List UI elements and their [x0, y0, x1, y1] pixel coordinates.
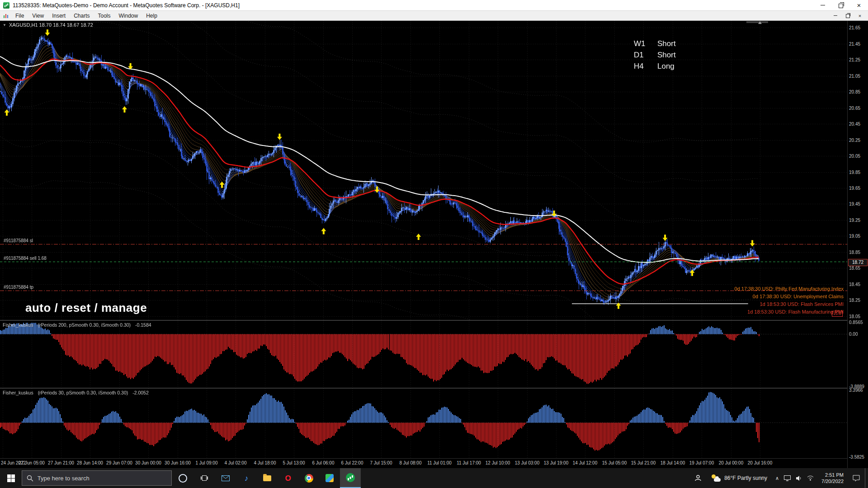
clock-time: 2:51 PM [821, 472, 844, 478]
time-axis-label: 5 Jul 13:00 [283, 460, 305, 465]
search-input[interactable] [37, 474, 167, 482]
price-axis-label: 18.85 [849, 249, 860, 254]
menu-help[interactable]: Help [142, 11, 161, 20]
chrome-button[interactable] [298, 468, 319, 488]
close-icon[interactable]: × [850, 0, 868, 10]
time-axis-label: 29 Jun 07:00 [106, 460, 132, 465]
time-axis-label: 28 Jun 14:00 [77, 460, 103, 465]
mail-app-button[interactable] [215, 468, 236, 488]
time-axis-label: 6 Jul 22:00 [341, 460, 363, 465]
fisher1-canvas[interactable] [0, 321, 847, 388]
show-desktop-button[interactable] [865, 468, 868, 488]
symbol-ohlc-text: XAGUSD,H1 18.70 18.74 18.67 18.72 [9, 22, 93, 28]
price-axis-label: 21.65 [849, 25, 860, 30]
cortana-icon [179, 474, 187, 483]
menu-view[interactable]: View [28, 11, 48, 20]
clock-date: 7/20/2022 [821, 478, 844, 484]
main-chart-canvas[interactable] [0, 21, 847, 320]
price-axis-label: 20.65 [849, 105, 860, 110]
menu-tools[interactable]: Tools [94, 11, 115, 20]
people-button[interactable] [690, 468, 706, 488]
tray-expand-icon[interactable]: ∧ [775, 475, 779, 481]
time-axis-label: 20 Jul 16:00 [748, 460, 773, 465]
time-axis-label: 6 Jul 06:00 [312, 460, 335, 465]
chart-restore-icon[interactable] [842, 12, 853, 19]
metatrader-window: 113528335: MetaQuotes-Demo - Demo Accoun… [0, 0, 868, 488]
price-axis[interactable]: 18.72 21.6521.4521.2521.0520.8520.6520.4… [847, 21, 868, 468]
ea-control-buttons[interactable]: auto / reset / manage [25, 301, 147, 315]
indicator-params: (rPeriods 30, pSmooth 0.30, iSmooth 0.30… [38, 390, 128, 395]
indicator-value: -0.1584 [135, 322, 151, 328]
trend-row-w1: W1 Short [634, 38, 676, 49]
cortana-button[interactable] [172, 468, 193, 488]
action-center-button[interactable] [848, 468, 865, 488]
menu-insert[interactable]: Insert [48, 11, 70, 20]
time-axis-label: 13 Jul 03:00 [515, 460, 540, 465]
opera-button[interactable]: O [278, 468, 298, 488]
taskbar-search[interactable] [22, 470, 172, 486]
price-axis-label: 19.85 [849, 169, 860, 174]
file-explorer-button[interactable] [257, 468, 278, 488]
task-view-button[interactable] [193, 468, 215, 488]
time-axis-label: 11 Jul 17:00 [457, 460, 481, 465]
minimize-icon[interactable] [814, 0, 832, 10]
fisher1-header: Fisher_kuskus (rPeriods 200, pSmooth 0.3… [3, 322, 155, 328]
chart-minimize-icon[interactable] [830, 12, 841, 19]
news-event: 0d 17:38:30 USD: Unemployment Claims [753, 294, 844, 299]
menu-window[interactable]: Window [115, 11, 142, 20]
task-view-icon [201, 475, 208, 481]
colorful-app-button[interactable] [319, 468, 340, 488]
music-app-button[interactable]: ♪ [236, 468, 257, 488]
price-axis-label: 21.45 [849, 41, 860, 46]
speaker-icon[interactable] [796, 475, 802, 481]
trend-row-h4: H4 Long [634, 61, 676, 72]
time-axis-label: 7 Jul 15:00 [370, 460, 392, 465]
time-axis-label: 20 Jul 00:00 [719, 460, 744, 465]
news-event: 1d 18:53:30 USD: Flash Services PMI [760, 301, 844, 307]
time-axis-label: 14 Jul 12:00 [573, 460, 598, 465]
time-axis[interactable]: 24 Jun 202227 Jun 05:0027 Jun 21:0028 Ju… [0, 458, 847, 468]
taskbar-clock[interactable]: 2:51 PM 7/20/2022 [817, 472, 848, 484]
menu-bar: File View Insert Charts Tools Window Hel… [0, 11, 868, 21]
indicator-axis-label: 3.3966 [849, 388, 863, 393]
time-axis-label: 13 Jul 19:00 [544, 460, 569, 465]
network-icon[interactable] [807, 475, 814, 481]
price-axis-label: 18.65 [849, 266, 860, 271]
price-axis-label: 20.85 [849, 89, 860, 94]
price-axis-label: 19.45 [849, 202, 860, 206]
weather-widget[interactable]: 86°F Partly sunny [706, 474, 772, 482]
metatrader-taskbar-button[interactable] [340, 468, 361, 488]
restore-icon[interactable] [832, 0, 850, 10]
monitor-icon[interactable] [784, 475, 791, 481]
menu-file[interactable]: File [11, 11, 28, 20]
start-button[interactable] [0, 468, 22, 488]
trend-tf: W1 [634, 38, 657, 49]
metatrader-app-icon [3, 2, 9, 9]
price-axis-label: 19.05 [849, 234, 860, 239]
indicator-axis-label: 0.00 [849, 331, 858, 336]
one-click-trading-toggle-icon[interactable]: ▼ [3, 23, 6, 27]
fisher-indicator-pane-2: Fisher_kuskus (rPeriods 30, pSmooth 0.30… [0, 389, 847, 458]
order-label[interactable]: #911875884 sl [4, 238, 33, 243]
price-axis-label: 19.25 [849, 217, 860, 222]
chart-window-controls: × [830, 12, 865, 19]
fisher2-canvas[interactable] [0, 389, 847, 458]
news-event: 0d 17:38:30 USD: Philly Fed Manufacturin… [734, 286, 844, 291]
chart-window-icon[interactable] [3, 13, 9, 19]
mail-icon [222, 475, 230, 481]
chart-close-icon[interactable]: × [854, 12, 865, 19]
taskbar-right: 86°F Partly sunny ∧ 2:51 PM 7/20/2022 [690, 468, 868, 488]
order-label[interactable]: #911875884 tp [4, 285, 33, 290]
indicator-name: Fisher_kuskus [3, 322, 33, 328]
menu-charts[interactable]: Charts [70, 11, 94, 20]
trend-tf: H4 [634, 61, 657, 72]
music-icon: ♪ [245, 474, 249, 482]
time-axis-label: 4 Jul 18:00 [254, 460, 276, 465]
time-axis-label: 8 Jul 08:00 [400, 460, 422, 465]
time-axis-label: 12 Jul 10:00 [486, 460, 510, 465]
order-label[interactable]: #911875884 sell 1.68 [4, 256, 47, 261]
trend-panel: W1 Short D1 Short H4 Long [634, 38, 676, 72]
price-axis-label: 21.25 [849, 57, 860, 62]
time-axis-label: 4 Jul 02:00 [225, 460, 247, 465]
colorful-app-icon [326, 474, 334, 482]
